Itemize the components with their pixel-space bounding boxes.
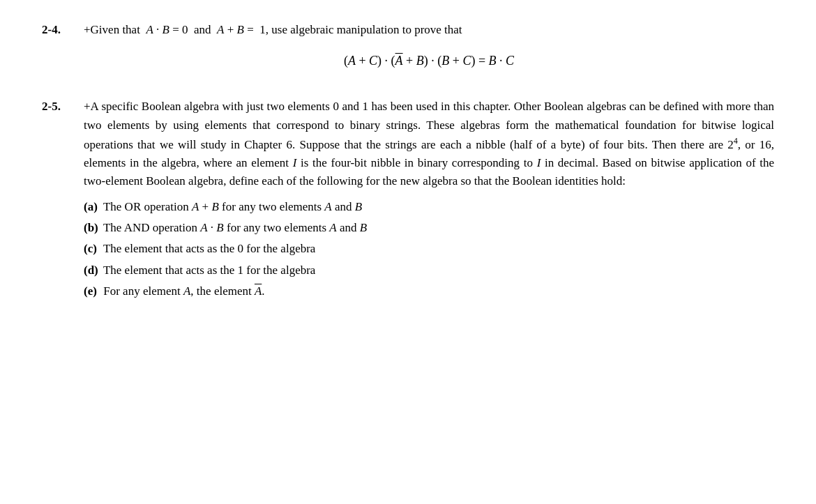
sub-part-label-d: (d) xyxy=(84,261,100,280)
sub-part-label-b: (b) xyxy=(84,219,100,237)
formula-2-4: (A + C) · (A + B) · (B + C) = B · C xyxy=(84,52,774,71)
sub-part-text-c: The element that acts as the 0 for the a… xyxy=(100,240,315,258)
sub-part-d: (d) The element that acts as the 1 for t… xyxy=(84,261,774,280)
sub-part-text-d: The element that acts as the 1 for the a… xyxy=(100,261,315,280)
sub-part-label-c: (c) xyxy=(84,240,100,258)
sub-parts-2-5: (a) The OR operation A + B for any two e… xyxy=(84,198,774,301)
sub-part-e: (e) For any element A, the element A. xyxy=(84,282,774,300)
sub-part-label-a: (a) xyxy=(84,198,100,216)
problem-2-5: 2-5. +A specific Boolean algebra with ju… xyxy=(42,98,774,303)
problem-text-2-4: +Given that A · B = 0 and A + B = 1, use… xyxy=(84,21,774,39)
sub-part-c: (c) The element that acts as the 0 for t… xyxy=(84,240,774,258)
problem-content-2-4: +Given that A · B = 0 and A + B = 1, use… xyxy=(84,21,774,78)
sub-part-label-e: (e) xyxy=(84,282,100,300)
sub-part-text-a: The OR operation A + B for any two eleme… xyxy=(100,198,362,216)
problem-number-2-5: 2-5. xyxy=(42,98,84,303)
problem-content-2-5: +A specific Boolean algebra with just tw… xyxy=(84,98,774,303)
problem-text-2-5: +A specific Boolean algebra with just tw… xyxy=(84,98,774,190)
sub-part-text-e: For any element A, the element A. xyxy=(100,282,265,300)
problem-number-2-4: 2-4. xyxy=(42,21,84,78)
sub-part-text-b: The AND operation A · B for any two elem… xyxy=(100,219,367,237)
sub-part-b: (b) The AND operation A · B for any two … xyxy=(84,219,774,237)
sub-part-a: (a) The OR operation A + B for any two e… xyxy=(84,198,774,216)
problem-2-4: 2-4. +Given that A · B = 0 and A + B = 1… xyxy=(42,21,774,78)
